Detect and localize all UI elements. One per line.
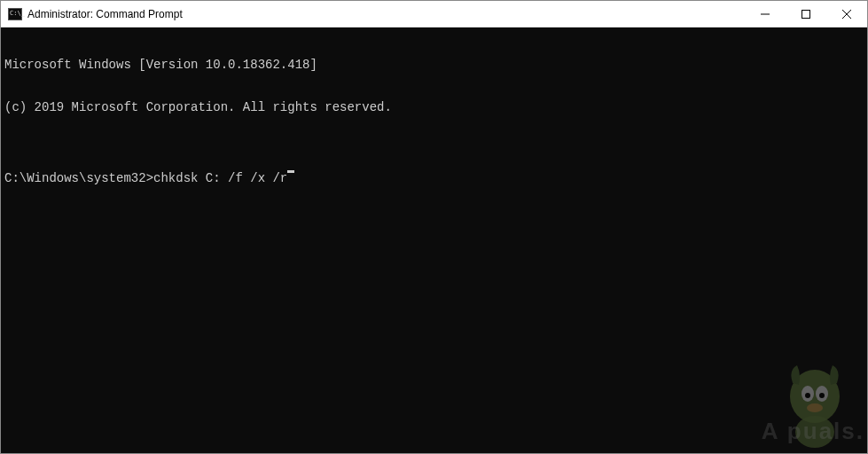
terminal-area[interactable]: Microsoft Windows [Version 10.0.18362.41…: [1, 27, 867, 453]
window-controls: [745, 1, 867, 27]
terminal-prompt: C:\Windows\system32>: [4, 171, 153, 185]
command-prompt-window: Administrator: Command Prompt Microsoft …: [0, 0, 868, 454]
svg-rect-1: [802, 10, 810, 18]
terminal-output-line: (c) 2019 Microsoft Corporation. All righ…: [4, 100, 864, 114]
terminal-prompt-line: C:\Windows\system32>chkdsk C: /f /x /r: [4, 171, 864, 185]
terminal-command: chkdsk C: /f /x /r: [153, 171, 287, 185]
minimize-icon: [761, 10, 770, 19]
terminal-output-line: Microsoft Windows [Version 10.0.18362.41…: [4, 58, 864, 72]
maximize-button[interactable]: [786, 1, 826, 27]
cmd-icon: [8, 8, 22, 20]
maximize-icon: [802, 10, 810, 19]
close-icon: [842, 10, 851, 19]
title-bar: Administrator: Command Prompt: [1, 1, 867, 27]
title-bar-left: Administrator: Command Prompt: [1, 8, 745, 20]
close-button[interactable]: [826, 1, 867, 27]
minimize-button[interactable]: [745, 1, 786, 27]
window-title: Administrator: Command Prompt: [27, 8, 183, 20]
terminal-cursor: [287, 170, 294, 173]
